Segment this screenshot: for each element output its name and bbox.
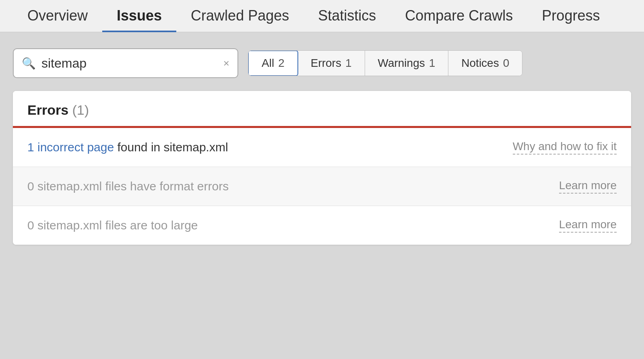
errors-section-header: Errors (1) [13,91,631,126]
filter-errors-button[interactable]: Errors 1 [298,51,365,76]
filter-all-count: 2 [278,57,285,70]
filter-warnings-label: Warnings [378,57,425,70]
issue-row-incorrect-page: 1 incorrect page found in sitemap.xml Wh… [13,128,631,167]
filter-errors-label: Errors [311,57,341,70]
issue-row-format-errors: 0 sitemap.xml files have format errors L… [13,167,631,206]
issue-incorrect-page-text: 1 incorrect page found in sitemap.xml [27,140,497,154]
issues-panel: Errors (1) 1 incorrect page found in sit… [13,91,631,245]
issue-row-too-large: 0 sitemap.xml files are too large Learn … [13,206,631,245]
search-icon: 🔍 [22,57,36,70]
search-box: 🔍 × [13,48,238,78]
filter-all-button[interactable]: All 2 [248,50,298,76]
errors-count: (1) [72,102,89,118]
filter-warnings-count: 1 [429,57,436,70]
tab-issues[interactable]: Issues [102,7,176,32]
issue-format-errors-text: 0 sitemap.xml files have format errors [27,180,543,193]
tab-compare-crawls[interactable]: Compare Crawls [390,7,527,32]
format-errors-learn-more-link[interactable]: Learn more [559,179,617,194]
tab-statistics[interactable]: Statistics [303,7,390,32]
filter-warnings-button[interactable]: Warnings 1 [365,51,449,76]
content-area: 🔍 × All 2 Errors 1 Warnings 1 Notices 0 [0,32,644,359]
filter-row: 🔍 × All 2 Errors 1 Warnings 1 Notices 0 [13,48,631,78]
filter-all-label: All [262,57,274,70]
tab-overview[interactable]: Overview [13,7,102,32]
too-large-label: 0 sitemap.xml files are too large [27,219,198,232]
search-input[interactable] [41,56,219,71]
clear-search-button[interactable]: × [223,57,229,70]
filter-notices-count: 0 [503,57,510,70]
filter-notices-label: Notices [461,57,499,70]
too-large-learn-more-link[interactable]: Learn more [559,218,617,233]
incorrect-page-link[interactable]: 1 incorrect page [27,140,114,154]
tab-bar: Overview Issues Crawled Pages Statistics… [0,0,644,32]
errors-heading: Errors [27,102,68,118]
format-errors-label: 0 sitemap.xml files have format errors [27,180,229,193]
why-fix-it-link[interactable]: Why and how to fix it [513,140,617,155]
filter-buttons: All 2 Errors 1 Warnings 1 Notices 0 [248,50,522,76]
filter-errors-count: 1 [345,57,352,70]
tab-progress[interactable]: Progress [527,7,614,32]
filter-notices-button[interactable]: Notices 0 [448,51,522,76]
incorrect-page-plain: found in sitemap.xml [114,140,228,154]
issue-too-large-text: 0 sitemap.xml files are too large [27,219,543,232]
tab-crawled-pages[interactable]: Crawled Pages [176,7,303,32]
